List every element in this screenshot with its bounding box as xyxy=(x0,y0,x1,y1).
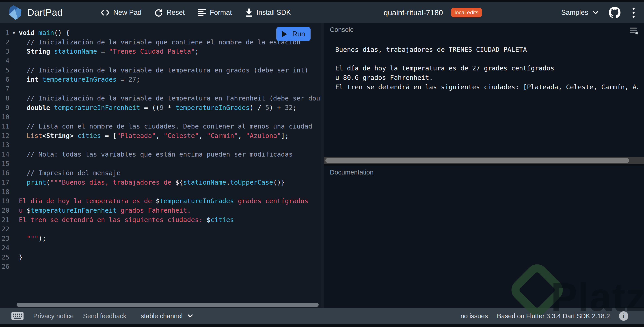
main-area: 1▼23456789101112131415161718192021222324… xyxy=(0,23,644,308)
local-edits-badge: local edits xyxy=(451,8,482,17)
console-line: El tren se detendrá en las siguientes ci… xyxy=(335,83,638,92)
issues-status: no issues xyxy=(460,312,488,320)
line-number: 21 xyxy=(0,215,10,225)
console-line: Buenos días, trabajadores de TRENES CIUD… xyxy=(335,45,638,55)
download-icon xyxy=(245,8,253,17)
reset-button[interactable]: Reset xyxy=(154,8,185,17)
header-nav: New Pad Reset Format Install SDK xyxy=(100,8,291,17)
code-line[interactable] xyxy=(19,56,321,66)
line-number: 7 xyxy=(0,84,10,94)
line-number: 25 xyxy=(0,253,10,262)
github-icon[interactable] xyxy=(609,7,620,19)
right-panel: Console Buenos días, trabajadores de TRE… xyxy=(324,23,644,308)
chevron-down-icon xyxy=(593,11,598,15)
keyboard-icon[interactable] xyxy=(11,311,24,320)
panel-splitter[interactable] xyxy=(321,23,324,308)
chevron-down-icon xyxy=(188,314,193,318)
line-number: 12 xyxy=(0,131,10,141)
send-feedback-link[interactable]: Send feedback xyxy=(83,312,126,320)
line-number: 18 xyxy=(0,187,10,197)
channel-selector[interactable]: stable channel xyxy=(141,312,193,320)
privacy-notice-link[interactable]: Privacy notice xyxy=(33,312,74,320)
console-title: Console xyxy=(330,26,638,34)
code-line[interactable]: El tren se detendrá en las siguientes ci… xyxy=(19,215,321,225)
dartpad-logo[interactable]: DartPad xyxy=(8,5,63,21)
dart-logo-icon xyxy=(8,5,23,21)
line-number: 23 xyxy=(0,234,10,243)
line-number: 22 xyxy=(0,224,10,234)
run-button[interactable]: Run xyxy=(276,27,310,41)
code-line[interactable]: // Inicialización de la variable que con… xyxy=(19,38,321,47)
code-line[interactable]: // Impresión del mensaje xyxy=(19,168,321,178)
code-icon xyxy=(100,9,110,17)
format-label: Format xyxy=(210,9,232,17)
info-icon[interactable]: i xyxy=(619,311,628,321)
code-line[interactable]: List<String> cities = ["Plateada", "Cele… xyxy=(19,131,321,141)
code-line[interactable] xyxy=(19,140,321,150)
line-number: 1▼ xyxy=(0,28,10,38)
code-line[interactable]: String stationName = "Trenes Ciudad Pale… xyxy=(19,47,321,56)
header-bar: DartPad New Pad Reset Format xyxy=(0,2,644,23)
overflow-menu-icon[interactable] xyxy=(631,7,636,19)
code-line[interactable] xyxy=(19,262,321,271)
line-number: 17 xyxy=(0,178,10,187)
line-number: 20 xyxy=(0,206,10,215)
line-number: 11 xyxy=(0,122,10,131)
line-number: 4 xyxy=(0,56,10,66)
footer-status: no issues Based on Flutter 3.3.4 Dart SD… xyxy=(460,311,628,321)
line-number: 15 xyxy=(0,159,10,169)
line-number: 2 xyxy=(0,38,10,47)
clear-console-icon[interactable] xyxy=(629,27,638,35)
samples-label: Samples xyxy=(561,9,588,17)
channel-label: stable channel xyxy=(141,312,182,320)
code-area[interactable]: void main() { // Inicialización de la va… xyxy=(19,28,321,271)
dartpad-app: DartPad New Pad Reset Format xyxy=(0,0,644,327)
window-top-strip xyxy=(0,0,644,2)
code-editor[interactable]: 1▼23456789101112131415161718192021222324… xyxy=(0,23,321,308)
footer-bar: Privacy notice Send feedback stable chan… xyxy=(0,308,644,324)
code-line[interactable]: u $temperatureInFarenheit grados Fahrenh… xyxy=(19,206,321,215)
console-horizontal-scrollbar[interactable] xyxy=(324,157,644,164)
new-pad-button[interactable]: New Pad xyxy=(100,9,142,17)
scrollbar-thumb[interactable] xyxy=(325,158,629,163)
install-sdk-button[interactable]: Install SDK xyxy=(245,8,291,17)
line-number: 26 xyxy=(0,262,10,271)
code-line[interactable] xyxy=(19,112,321,122)
code-line[interactable]: // Lista con el nombre de las ciudades. … xyxy=(19,122,321,131)
code-line[interactable] xyxy=(19,243,321,253)
line-number: 19 xyxy=(0,196,10,206)
code-line[interactable]: print("""Buenos días, trabajadores de ${… xyxy=(19,178,321,187)
code-line[interactable]: double temperatureInFarenheit = ((9 * te… xyxy=(19,103,321,113)
play-icon xyxy=(282,31,287,37)
code-line[interactable]: } xyxy=(19,253,321,262)
code-line[interactable] xyxy=(19,224,321,234)
code-line[interactable]: // Inicialización de la variable de temp… xyxy=(19,66,321,75)
console-line: u 80.6 grados Fahrenheit. xyxy=(335,73,638,83)
reset-label: Reset xyxy=(166,9,185,17)
code-line[interactable]: int temperatureInGrades = 27; xyxy=(19,75,321,84)
code-line[interactable]: El día de hoy la temperatura es de $temp… xyxy=(19,196,321,206)
line-number-gutter: 1▼23456789101112131415161718192021222324… xyxy=(0,28,10,271)
line-number: 6 xyxy=(0,75,10,84)
code-line[interactable] xyxy=(19,84,321,94)
code-line[interactable]: // Nota: todas las variables que están e… xyxy=(19,150,321,159)
editor-horizontal-scrollbar[interactable] xyxy=(16,303,319,307)
format-align-icon xyxy=(198,9,206,16)
console-line: El día de hoy la temperatura es de 27 gr… xyxy=(335,64,638,73)
install-sdk-label: Install SDK xyxy=(256,9,291,17)
window-bottom-strip xyxy=(0,324,644,327)
format-button[interactable]: Format xyxy=(198,9,232,17)
code-line[interactable]: // Inicialización de la variable de temp… xyxy=(19,94,321,103)
code-line[interactable]: void main() { xyxy=(19,28,321,38)
brand-name: DartPad xyxy=(27,7,63,18)
console-output: Buenos días, trabajadores de TRENES CIUD… xyxy=(330,45,638,92)
code-line[interactable]: """); xyxy=(19,234,321,243)
code-line[interactable] xyxy=(19,187,321,197)
sdk-version-text: Based on Flutter 3.3.4 Dart SDK 2.18.2 xyxy=(497,312,610,320)
code-line[interactable] xyxy=(19,159,321,169)
samples-dropdown[interactable]: Samples xyxy=(561,9,598,17)
line-number: 8 xyxy=(0,94,10,103)
fold-marker-icon[interactable]: ▼ xyxy=(13,28,15,38)
line-number: 24 xyxy=(0,243,10,253)
line-number: 14 xyxy=(0,150,10,159)
